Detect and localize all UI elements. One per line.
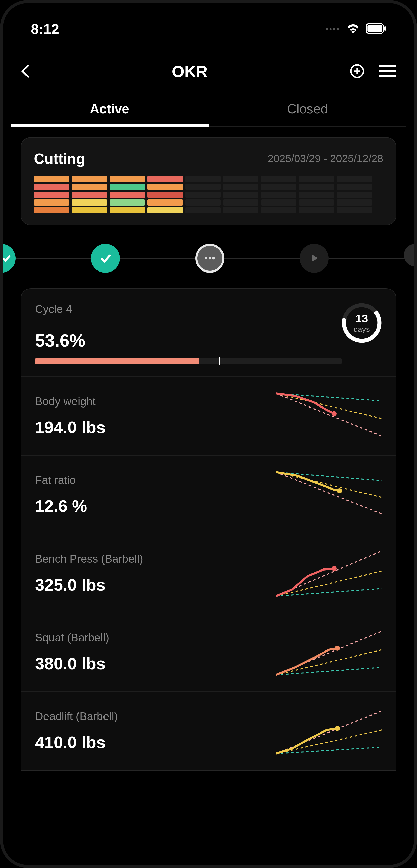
metric-sparkline — [276, 548, 382, 599]
battery-icon — [366, 24, 386, 35]
cutting-date-range: 2025/03/29 - 2025/12/28 — [268, 153, 383, 165]
metric-row[interactable]: Fat ratio 12.6 % — [21, 456, 396, 534]
metric-row[interactable]: Deadlift (Barbell) 410.0 lbs — [21, 692, 396, 770]
svg-rect-2 — [384, 27, 386, 31]
metric-label: Bench Press (Barbell) — [35, 553, 276, 565]
phone-frame: 8:12 •••• OKR — [0, 0, 417, 868]
timeline-node-prev[interactable] — [3, 244, 16, 273]
header-actions — [350, 64, 396, 80]
cellular-dots-icon: •••• — [326, 25, 340, 33]
metric-value: 325.0 lbs — [35, 575, 276, 594]
metric-label: Body weight — [35, 395, 276, 408]
svg-point-4 — [205, 257, 207, 259]
metric-label: Fat ratio — [35, 474, 276, 487]
ring-days-label: days — [354, 325, 369, 334]
metric-sparkline — [276, 627, 382, 678]
svg-point-5 — [208, 257, 211, 259]
progress-fill — [35, 358, 200, 364]
timeline-node-future[interactable] — [300, 244, 329, 273]
ring-days-num: 13 — [356, 312, 368, 325]
cycle-days-ring: 13 days — [341, 303, 382, 343]
metric-row[interactable]: Bench Press (Barbell) 325.0 lbs — [21, 534, 396, 613]
metric-label: Deadlift (Barbell) — [35, 710, 276, 723]
svg-point-10 — [337, 488, 342, 493]
wifi-icon — [347, 24, 360, 35]
svg-point-12 — [335, 646, 340, 651]
metric-sparkline — [276, 391, 382, 441]
metric-row[interactable]: Squat (Barbell) 380.0 lbs — [21, 613, 396, 692]
status-bar: 8:12 •••• — [10, 8, 407, 47]
metric-sparkline — [276, 706, 382, 756]
metric-label: Squat (Barbell) — [35, 631, 276, 644]
svg-point-9 — [332, 411, 337, 416]
svg-point-13 — [335, 726, 340, 731]
metric-row[interactable]: Body weight 194.0 lbs — [21, 377, 396, 456]
cycle-timeline — [10, 243, 407, 273]
cycle-card: Cycle 4 53.6% 13 days — [21, 288, 396, 771]
back-button[interactable] — [21, 64, 30, 79]
metric-value: 12.6 % — [35, 497, 276, 516]
timeline-node-current[interactable] — [196, 244, 225, 273]
svg-point-6 — [212, 257, 214, 259]
page-title: OKR — [172, 62, 208, 81]
cycle-percent: 53.6% — [35, 331, 341, 351]
cutting-card[interactable]: Cutting 2025/03/29 - 2025/12/28 — [21, 137, 396, 225]
tab-closed[interactable]: Closed — [208, 94, 407, 126]
screen: 8:12 •••• OKR — [3, 8, 414, 860]
svg-rect-1 — [367, 25, 382, 32]
metric-value: 380.0 lbs — [35, 654, 276, 673]
app-header: OKR — [10, 47, 407, 94]
status-time: 8:12 — [31, 21, 59, 37]
cycle-label: Cycle 4 — [35, 303, 341, 315]
cycle-progress-bar — [35, 358, 341, 364]
metric-value: 410.0 lbs — [35, 733, 276, 752]
svg-point-11 — [332, 566, 337, 571]
tabs: Active Closed — [10, 94, 407, 127]
add-button[interactable] — [350, 64, 365, 80]
timeline-node-next[interactable] — [404, 244, 414, 267]
status-icons: •••• — [326, 24, 386, 35]
heatmap — [34, 176, 383, 214]
progress-tick — [219, 357, 220, 365]
cycle-header[interactable]: Cycle 4 53.6% 13 days — [21, 289, 396, 377]
metric-sparkline — [276, 470, 382, 520]
timeline-node-complete[interactable] — [91, 244, 120, 273]
metric-value: 194.0 lbs — [35, 418, 276, 437]
tab-active[interactable]: Active — [10, 94, 208, 126]
cutting-header: Cutting 2025/03/29 - 2025/12/28 — [34, 150, 383, 167]
cutting-title: Cutting — [34, 150, 85, 167]
menu-button[interactable] — [379, 65, 396, 79]
